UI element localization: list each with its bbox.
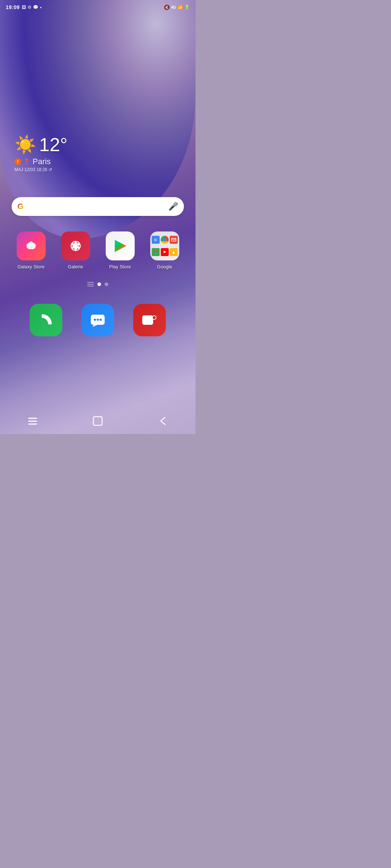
status-left: 19:09 🖼 ⚙ 💬 ● (6, 4, 42, 10)
mic-icon[interactable]: 🎤 (168, 202, 178, 211)
page-dot-inactive (105, 282, 108, 286)
dock-record[interactable] (133, 304, 166, 336)
mute-icon: 🔇 (164, 4, 170, 10)
play-store-icon[interactable] (106, 231, 135, 260)
galaxy-store-icon[interactable] (17, 231, 46, 260)
svg-point-16 (100, 319, 102, 321)
google-mini-youtube (161, 248, 169, 256)
app-item-galerie[interactable]: Galerie (61, 231, 90, 269)
google-mini-maps: 📍 (152, 248, 160, 256)
google-mini-gmail (170, 236, 178, 244)
dot-line-3 (87, 286, 94, 286)
google-mini-drive: ▲ (170, 248, 178, 256)
status-bar: 19:09 🖼 ⚙ 💬 ● 🔇 4G 📶 🔋 (0, 0, 196, 14)
dock (0, 304, 196, 336)
google-folder-icon[interactable]: G 📍 ▲ (150, 231, 179, 260)
google-folder-label: Google (157, 264, 172, 269)
google-mini-chrome (161, 236, 169, 244)
svg-point-15 (97, 319, 99, 321)
weather-location-row: ! 📍 Paris (14, 157, 68, 166)
svg-point-19 (153, 316, 156, 319)
page-indicator-lines (87, 282, 94, 286)
settings-notification-icon: ⚙ (28, 5, 31, 10)
google-mini-g: G (152, 236, 160, 244)
signal-icon: 📶 (177, 5, 183, 10)
svg-rect-21 (28, 421, 37, 422)
home-button[interactable] (87, 410, 109, 432)
svg-point-14 (94, 319, 96, 321)
galaxy-store-label: Galaxy Store (17, 264, 45, 269)
svg-marker-12 (164, 251, 167, 253)
dock-phone[interactable] (30, 304, 62, 336)
dot-indicator: ● (40, 6, 42, 9)
status-right: 🔇 4G 📶 🔋 (164, 4, 190, 10)
dot-line-2 (87, 284, 94, 285)
dock-messages[interactable] (81, 304, 114, 336)
weather-sun-icon: ☀️ (14, 136, 36, 153)
weather-temperature: 12° (39, 134, 68, 156)
app-item-play-store[interactable]: Play Store (106, 231, 135, 269)
weather-refresh-icon: ↺ (49, 167, 52, 172)
svg-rect-20 (28, 418, 37, 419)
galerie-icon[interactable] (61, 231, 90, 260)
weather-update-label: MAJ 12/03 18:26 (14, 167, 47, 172)
weather-temp-row: ☀️ 12° (14, 134, 68, 156)
svg-rect-22 (28, 424, 37, 425)
svg-rect-23 (93, 417, 102, 425)
gallery-notification-icon: 🖼 (22, 5, 26, 10)
google-logo: G (17, 202, 24, 211)
page-dot-active (97, 282, 101, 286)
app-item-galaxy-store[interactable]: Galaxy Store (17, 231, 46, 269)
app-item-google[interactable]: G 📍 ▲ Google (150, 231, 179, 269)
google-search-bar[interactable]: G 🎤 (12, 197, 184, 216)
recent-apps-button[interactable] (22, 410, 43, 432)
weather-pin-icon: 📍 (23, 158, 30, 165)
weather-alert-icon: ! (14, 158, 21, 165)
message-notification-icon: 💬 (33, 5, 38, 10)
page-dots (0, 282, 196, 286)
svg-rect-17 (142, 315, 153, 325)
weather-city: Paris (33, 157, 51, 166)
battery-icon: 🔋 (184, 5, 190, 10)
network-type-icon: 4G (171, 5, 176, 9)
weather-widget[interactable]: ☀️ 12° ! 📍 Paris MAJ 12/03 18:26 ↺ (14, 134, 68, 172)
status-icons-left: 🖼 ⚙ 💬 ● (22, 5, 42, 10)
weather-update: MAJ 12/03 18:26 ↺ (14, 167, 68, 172)
status-time: 19:09 (6, 4, 20, 10)
nav-bar (0, 408, 196, 434)
svg-point-10 (74, 244, 77, 248)
dot-line-1 (87, 282, 94, 283)
play-store-label: Play Store (109, 264, 131, 269)
svg-marker-11 (115, 240, 126, 252)
back-button[interactable] (152, 410, 174, 432)
app-grid: Galaxy Store Galerie (0, 231, 196, 269)
galerie-label: Galerie (68, 264, 83, 269)
